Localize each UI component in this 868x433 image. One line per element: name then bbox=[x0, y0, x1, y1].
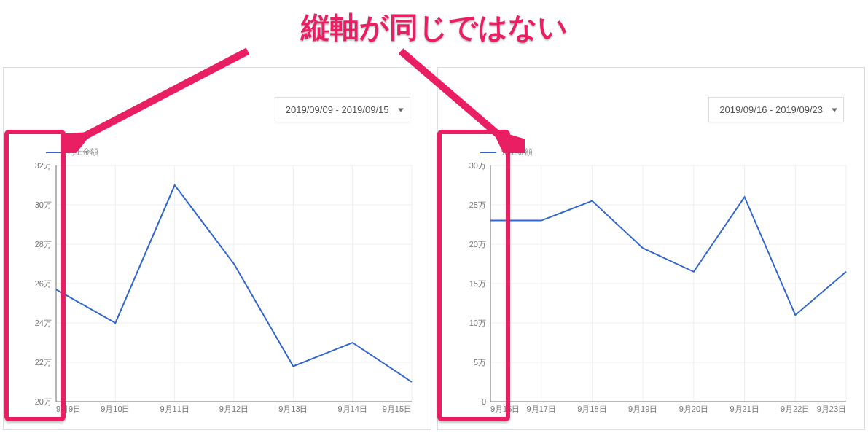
svg-text:9月17日: 9月17日 bbox=[526, 405, 555, 413]
svg-text:9月13日: 9月13日 bbox=[278, 405, 308, 413]
svg-text:9月9日: 9月9日 bbox=[56, 405, 81, 413]
svg-text:25万: 25万 bbox=[469, 200, 485, 209]
svg-text:9月15日: 9月15日 bbox=[383, 405, 412, 413]
svg-text:9月14日: 9月14日 bbox=[337, 405, 367, 413]
svg-text:9月16日: 9月16日 bbox=[490, 405, 520, 413]
chart-panel-right: 2019/09/16 - 2019/09/23 売上金額 05万10万15万20… bbox=[437, 67, 866, 430]
legend: 売上金額 bbox=[480, 147, 533, 157]
date-range-label: 2019/09/09 - 2019/09/15 bbox=[286, 104, 389, 115]
svg-text:5万: 5万 bbox=[473, 358, 485, 367]
svg-text:9月21日: 9月21日 bbox=[730, 405, 759, 413]
svg-text:9月23日: 9月23日 bbox=[816, 405, 845, 413]
svg-text:22万: 22万 bbox=[35, 358, 52, 367]
legend-label: 売上金額 bbox=[66, 147, 98, 157]
svg-text:9月12日: 9月12日 bbox=[219, 405, 249, 413]
svg-text:24万: 24万 bbox=[35, 319, 52, 327]
chevron-down-icon bbox=[832, 108, 837, 112]
svg-text:9月22日: 9月22日 bbox=[781, 405, 810, 413]
chart-panel-left: 2019/09/09 - 2019/09/15 売上金額 20万22万24万26… bbox=[3, 67, 431, 430]
svg-text:9月20日: 9月20日 bbox=[679, 405, 708, 413]
svg-text:0: 0 bbox=[481, 397, 485, 406]
svg-text:9月10日: 9月10日 bbox=[101, 405, 130, 413]
charts-row: 2019/09/09 - 2019/09/15 売上金額 20万22万24万26… bbox=[3, 67, 865, 430]
svg-text:9月11日: 9月11日 bbox=[160, 405, 189, 413]
legend-swatch bbox=[480, 152, 496, 153]
chart-plot-right: 05万10万15万20万25万30万9月16日9月17日9月18日9月19日9月… bbox=[460, 163, 852, 416]
legend-swatch bbox=[46, 152, 62, 153]
svg-text:32万: 32万 bbox=[35, 163, 52, 170]
date-range-label: 2019/09/16 - 2019/09/23 bbox=[719, 104, 823, 115]
legend: 売上金額 bbox=[46, 147, 98, 157]
svg-text:9月18日: 9月18日 bbox=[577, 405, 606, 413]
svg-text:28万: 28万 bbox=[35, 240, 52, 249]
svg-text:26万: 26万 bbox=[35, 279, 52, 288]
date-range-selector[interactable]: 2019/09/16 - 2019/09/23 bbox=[708, 97, 844, 122]
chevron-down-icon bbox=[398, 108, 404, 112]
svg-text:30万: 30万 bbox=[35, 200, 52, 209]
date-range-selector[interactable]: 2019/09/09 - 2019/09/15 bbox=[275, 97, 410, 122]
annotation-title: 縦軸が同じではない bbox=[0, 7, 868, 47]
svg-text:30万: 30万 bbox=[469, 163, 485, 170]
svg-text:20万: 20万 bbox=[35, 397, 52, 406]
chart-plot-left: 20万22万24万26万28万30万32万9月9日9月10日9月11日9月12日… bbox=[26, 163, 418, 416]
svg-text:9月19日: 9月19日 bbox=[627, 405, 657, 413]
svg-text:20万: 20万 bbox=[469, 240, 485, 249]
legend-label: 売上金額 bbox=[501, 147, 533, 157]
svg-text:15万: 15万 bbox=[469, 279, 485, 288]
svg-text:10万: 10万 bbox=[469, 319, 485, 327]
